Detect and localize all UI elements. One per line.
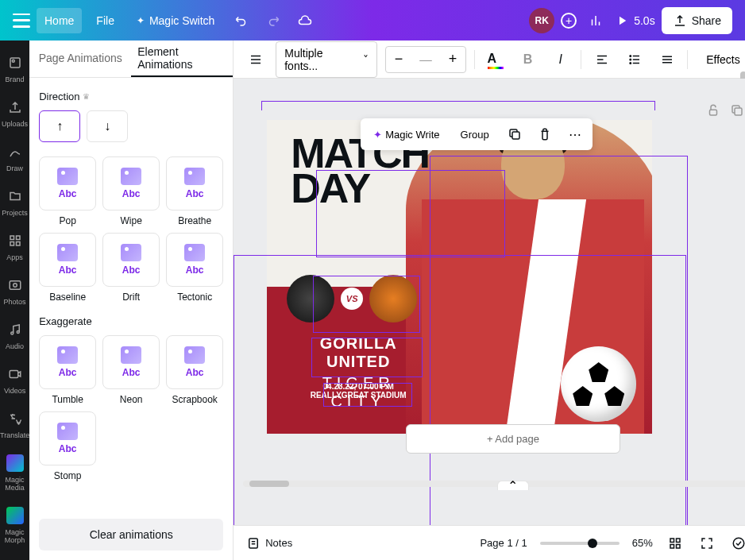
present-button[interactable]: 5.0s (615, 14, 654, 28)
animation-stomp[interactable]: AbcStomp (39, 411, 96, 481)
animation-scrapbook[interactable]: AbcScrapbook (166, 335, 223, 405)
copy-icon[interactable] (504, 123, 526, 145)
notes-button[interactable]: Notes (246, 536, 292, 550)
increase-size-button[interactable]: + (440, 47, 465, 72)
grid-view-icon[interactable] (666, 534, 685, 553)
magic-switch-button[interactable]: ✦ Magic Switch (129, 8, 222, 33)
sidebar-photos[interactable]: Photos (0, 276, 29, 306)
panel-handle[interactable]: ⌃ (497, 481, 529, 490)
sidebar-translate[interactable]: Translate (0, 409, 29, 439)
sidebar-label: Brand (6, 75, 25, 83)
svg-rect-25 (735, 108, 742, 115)
zoom-slider[interactable] (540, 542, 620, 545)
animation-wipe[interactable]: AbcWipe (102, 156, 160, 226)
add-member-icon[interactable]: + (561, 13, 577, 29)
animation-breathe[interactable]: AbcBreathe (166, 156, 223, 226)
anim-label: Breathe (178, 215, 211, 226)
sidebar-apps[interactable]: Apps (0, 231, 29, 261)
svg-rect-3 (16, 236, 20, 240)
svg-rect-33 (676, 544, 680, 548)
divider (687, 50, 688, 69)
animation-neon[interactable]: AbcNeon (102, 335, 160, 405)
animation-tectonic[interactable]: AbcTectonic (166, 233, 223, 303)
home-button[interactable]: Home (37, 8, 82, 33)
floating-toolbar: ✦ Magic Write Group ⋯ (361, 118, 593, 150)
canvas-scrollbar-h[interactable] (243, 481, 745, 487)
vs-logos[interactable]: VS (287, 275, 417, 322)
lock-icon[interactable] (705, 102, 721, 118)
zoom-percent[interactable]: 65% (632, 537, 653, 549)
decrease-size-button[interactable]: − (386, 47, 411, 72)
undo-icon[interactable] (229, 8, 254, 33)
fullscreen-icon[interactable] (697, 534, 716, 553)
group-button[interactable]: Group (454, 126, 496, 144)
insights-icon[interactable] (583, 8, 608, 33)
sidebar-projects[interactable]: Projects (0, 187, 29, 217)
align-icon[interactable] (243, 47, 268, 72)
checkmark-icon[interactable] (729, 534, 745, 553)
direction-up-button[interactable]: ↑ (39, 110, 80, 142)
sidebar-videos[interactable]: Videos (0, 365, 29, 395)
canvas-main[interactable]: ⋯ MATCH DAY (234, 79, 745, 525)
italic-button[interactable]: I (548, 47, 573, 72)
sidebar-draw[interactable]: Draw (0, 142, 29, 172)
page-count[interactable]: Page 1 / 1 (480, 537, 527, 549)
anim-label: Tectonic (177, 292, 212, 303)
share-label: Share (692, 14, 721, 27)
sidebar-label: Apps (6, 253, 23, 261)
projects-icon (6, 187, 25, 206)
sidebar-uploads[interactable]: Uploads (0, 98, 29, 128)
redo-icon[interactable] (261, 8, 286, 33)
bold-button[interactable]: B (515, 47, 540, 72)
sidebar-magic-media[interactable]: Magic Media (0, 454, 29, 492)
add-page-button[interactable]: + Add page (406, 424, 620, 454)
tab-element-animations[interactable]: Element Animations (131, 41, 233, 77)
direction-text: Direction (39, 91, 79, 102)
file-button[interactable]: File (88, 8, 122, 33)
menu-icon[interactable] (13, 14, 30, 28)
anim-preview-text: Abc (59, 265, 77, 276)
share-button[interactable]: Share (662, 7, 732, 34)
duplicate-icon[interactable] (729, 102, 745, 118)
delete-icon[interactable] (534, 123, 556, 145)
list-button[interactable] (622, 47, 647, 72)
tab-page-animations[interactable]: Page Animations (29, 41, 131, 77)
clear-animations-button[interactable]: Clear animations (39, 519, 223, 550)
cloud-sync-icon[interactable] (292, 8, 318, 33)
svg-point-19 (630, 59, 631, 60)
font-size-value[interactable]: –– (411, 53, 440, 66)
font-selector[interactable]: Multiple fonts... ˅ (276, 41, 377, 78)
canvas-area: Multiple fonts... ˅ − –– + A B I Effects… (234, 41, 745, 560)
svg-point-7 (13, 284, 17, 288)
match-info[interactable]: 04.23.22, 07:00 P.M REALLYGREAT STADIUM (291, 382, 426, 400)
spacing-button[interactable] (654, 47, 679, 72)
sidebar-label: Projects (2, 209, 28, 217)
animation-tumble[interactable]: AbcTumble (39, 335, 96, 405)
svg-point-1 (12, 60, 14, 62)
anim-preview-text: Abc (186, 265, 204, 276)
effects-button[interactable]: Effects (696, 48, 745, 71)
direction-label: Direction ♛ (39, 91, 223, 102)
direction-down-button[interactable]: ↓ (87, 110, 128, 142)
floating-more-icon[interactable]: ⋯ (564, 123, 586, 145)
anim-label: Baseline (49, 292, 86, 303)
vs-badge: VS (341, 288, 363, 310)
alignment-button[interactable] (589, 47, 614, 72)
sidebar-audio[interactable]: Audio (0, 320, 29, 350)
animation-baseline[interactable]: AbcBaseline (39, 233, 96, 303)
svg-rect-24 (709, 110, 716, 115)
sidebar-brand[interactable]: Brand (0, 53, 29, 83)
sidebar-magic-morph[interactable]: Magic Morph (0, 506, 29, 544)
svg-rect-5 (16, 242, 20, 246)
design-canvas[interactable]: MATCH DAY VS GORILLA UNITED TIGER CITY 0… (267, 120, 652, 434)
text-color-button[interactable]: A (483, 47, 508, 72)
videos-icon (6, 365, 25, 384)
animation-drift[interactable]: AbcDrift (102, 233, 160, 303)
anim-preview-text: Abc (59, 188, 77, 199)
animations-panel: Page Animations Element Animations Direc… (29, 41, 234, 560)
user-avatar[interactable]: RK (529, 8, 554, 33)
magic-write-button[interactable]: ✦ Magic Write (367, 126, 446, 144)
text-toolbar: Multiple fonts... ˅ − –– + A B I Effects… (234, 41, 745, 79)
animation-pop[interactable]: AbcPop (39, 156, 96, 226)
font-name: Multiple fonts... (284, 47, 357, 72)
